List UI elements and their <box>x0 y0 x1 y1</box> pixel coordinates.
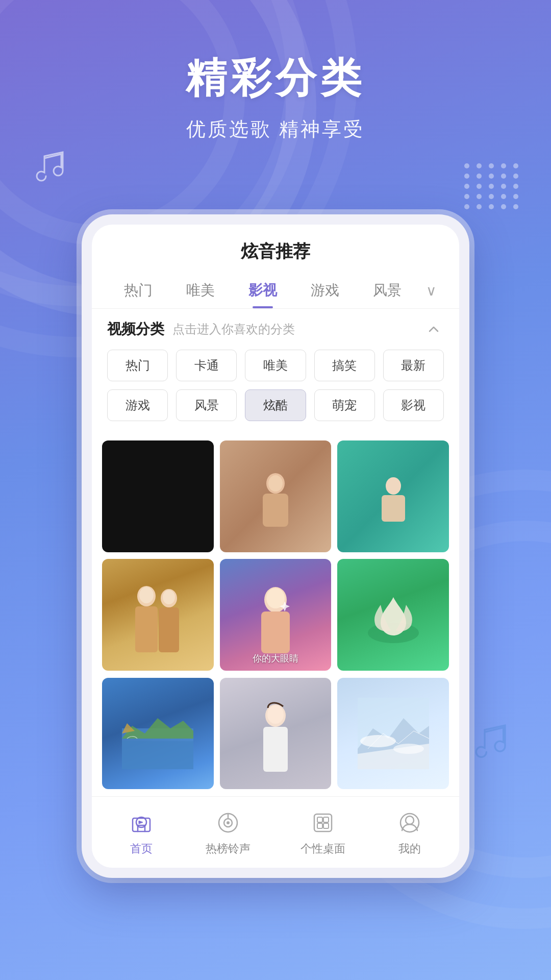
tag-pet[interactable]: 萌宠 <box>314 389 375 421</box>
tag-cool[interactable]: 炫酷 <box>245 389 306 421</box>
thumb-inner-2 <box>220 440 332 552</box>
svg-point-18 <box>267 705 284 724</box>
nav-ringtone[interactable]: 热榜铃声 <box>206 808 251 856</box>
tab-hot[interactable]: 热门 <box>107 273 169 308</box>
profile-icon <box>395 808 424 837</box>
music-note-right-icon <box>469 715 520 776</box>
svg-point-3 <box>386 477 401 495</box>
svg-point-7 <box>139 587 154 603</box>
tags-row-1: 热门 卡通 唯美 搞笑 最新 <box>107 350 444 381</box>
tab-game[interactable]: 游戏 <box>294 273 356 308</box>
svg-rect-9 <box>159 607 179 652</box>
video-thumb-4[interactable] <box>102 559 214 671</box>
svg-point-2 <box>268 475 283 492</box>
music-note-left-icon <box>31 143 77 199</box>
nav-profile-label: 我的 <box>398 841 421 856</box>
svg-rect-12 <box>261 611 290 653</box>
app-content: 炫音推荐 热门 唯美 影视 游戏 风景 ∨ 视频分类 点击进入你喜欢的分类 <box>92 225 459 868</box>
thumb-inner-7 <box>102 678 214 790</box>
svg-point-20 <box>360 735 396 747</box>
svg-rect-29 <box>317 817 322 822</box>
collapse-icon[interactable] <box>423 319 444 339</box>
category-title: 视频分类 <box>107 320 164 339</box>
home-icon <box>127 808 156 837</box>
tabs-container: 热门 唯美 影视 游戏 风景 ∨ <box>92 273 459 309</box>
tab-more-icon[interactable]: ∨ <box>418 282 444 299</box>
tag-new[interactable]: 最新 <box>383 350 444 381</box>
thumb-inner-1 <box>102 440 214 552</box>
tag-game[interactable]: 游戏 <box>107 389 168 421</box>
video-thumb-1[interactable] <box>102 440 214 552</box>
thumb-inner-9 <box>337 678 449 790</box>
svg-point-34 <box>406 816 414 824</box>
tab-film[interactable]: 影视 <box>232 273 294 308</box>
svg-rect-1 <box>263 494 288 527</box>
tab-scenery[interactable]: 风景 <box>356 273 418 308</box>
video-thumb-9[interactable] <box>337 678 449 790</box>
thumb-5-overlay: 你的大眼睛 <box>253 652 298 665</box>
nav-home-label: 首页 <box>130 841 153 856</box>
svg-rect-31 <box>317 823 322 828</box>
tag-cartoon[interactable]: 卡通 <box>176 350 237 381</box>
svg-point-13 <box>266 588 285 608</box>
ringtone-icon <box>214 808 242 837</box>
app-title: 炫音推荐 <box>92 225 459 273</box>
tag-hot[interactable]: 热门 <box>107 350 168 381</box>
nav-ringtone-label: 热榜铃声 <box>206 841 251 856</box>
thumb-inner-4 <box>102 559 214 671</box>
desktop-icon <box>309 808 337 837</box>
nav-profile[interactable]: 我的 <box>395 808 424 856</box>
svg-point-10 <box>163 590 175 604</box>
tag-funny[interactable]: 搞笑 <box>314 350 375 381</box>
thumb-inner-8 <box>220 678 332 790</box>
thumb-inner-5: 你的大眼睛 <box>220 559 332 671</box>
svg-rect-6 <box>135 606 158 652</box>
tag-beauty[interactable]: 唯美 <box>245 350 306 381</box>
thumb-inner-6 <box>337 559 449 671</box>
dots-decoration <box>464 163 520 209</box>
video-grid: 你的大眼睛 <box>92 434 459 796</box>
thumb-inner-3 <box>337 440 449 552</box>
header-subtitle: 优质选歌 精神享受 <box>0 116 551 142</box>
bottom-nav: 首页 热榜铃声 <box>92 796 459 868</box>
svg-rect-4 <box>382 495 405 522</box>
video-thumb-8[interactable] <box>220 678 332 790</box>
tags-row-2: 游戏 风景 炫酷 萌宠 影视 <box>107 389 444 421</box>
header-title: 精彩分类 <box>0 51 551 106</box>
category-hint: 点击进入你喜欢的分类 <box>172 321 423 337</box>
svg-point-21 <box>393 744 424 754</box>
video-thumb-6[interactable] <box>337 559 449 671</box>
svg-rect-17 <box>263 727 288 772</box>
svg-rect-32 <box>323 823 329 828</box>
nav-desktop[interactable]: 个性桌面 <box>300 808 345 856</box>
phone-mockup: 炫音推荐 热门 唯美 影视 游戏 风景 ∨ 视频分类 点击进入你喜欢的分类 <box>82 214 469 878</box>
svg-rect-28 <box>314 814 332 831</box>
video-thumb-5[interactable]: 你的大眼睛 <box>220 559 332 671</box>
category-header: 视频分类 点击进入你喜欢的分类 <box>107 319 444 339</box>
nav-desktop-label: 个性桌面 <box>300 841 345 856</box>
tab-beauty[interactable]: 唯美 <box>169 273 232 308</box>
video-thumb-7[interactable] <box>102 678 214 790</box>
tag-scenery[interactable]: 风景 <box>176 389 237 421</box>
video-thumb-2[interactable] <box>220 440 332 552</box>
nav-home[interactable]: 首页 <box>127 808 156 856</box>
svg-rect-30 <box>323 817 329 822</box>
video-thumb-3[interactable] <box>337 440 449 552</box>
category-section: 视频分类 点击进入你喜欢的分类 热门 卡通 唯美 搞笑 最新 游戏 风景 <box>92 309 459 434</box>
header-section: 精彩分类 优质选歌 精神享受 <box>0 51 551 142</box>
svg-point-26 <box>227 821 230 824</box>
tag-film[interactable]: 影视 <box>383 389 444 421</box>
